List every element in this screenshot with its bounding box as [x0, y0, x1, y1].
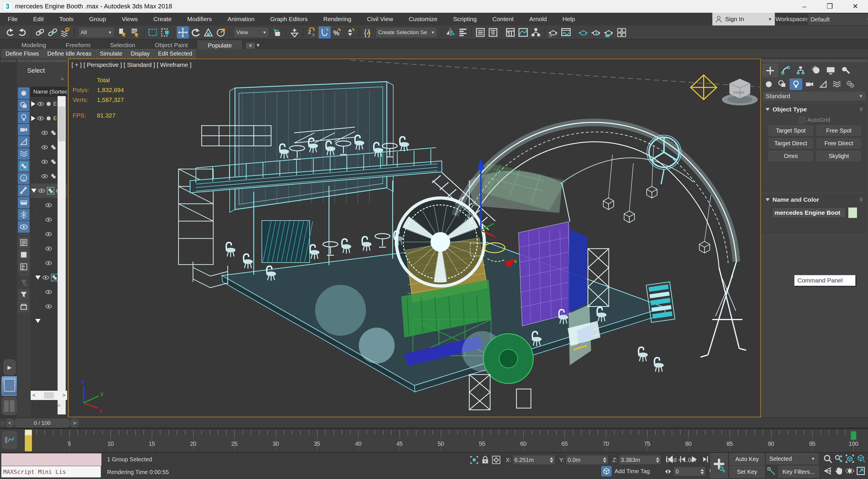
sign-in-button[interactable]: Sign In ▼: [712, 13, 775, 26]
mirror-icon[interactable]: [444, 26, 456, 38]
display-helpers-icon[interactable]: [18, 136, 30, 148]
named-selection-set-dropdown[interactable]: Create Selection Se▼: [376, 27, 437, 38]
button-skylight[interactable]: Skylight: [817, 151, 861, 161]
tree-horizontal-scrollbar[interactable]: < >: [31, 391, 67, 400]
ribbon-button-edit-selected[interactable]: Edit Selected: [154, 49, 196, 58]
close-button[interactable]: ✕: [842, 1, 868, 12]
field-of-view-icon[interactable]: [822, 466, 833, 476]
perspective-viewport[interactable]: FRONT zxy [ + ] [ Perspective ] [ Standa…: [68, 58, 761, 417]
command-tab-display[interactable]: [823, 64, 838, 77]
spinner-icon[interactable]: [603, 457, 607, 463]
scale-icon[interactable]: [202, 26, 214, 38]
menu-scripting[interactable]: Scripting: [445, 13, 485, 26]
display-shapes-icon[interactable]: [18, 99, 30, 111]
absolute-offset-mode-icon[interactable]: [491, 454, 502, 466]
render-cloud-icon[interactable]: [603, 26, 615, 38]
filter-icon[interactable]: [18, 289, 30, 300]
explorer-expand-chevrons[interactable]: »: [61, 75, 64, 82]
scene-explorer-icon[interactable]: [474, 26, 486, 38]
button-free-direct[interactable]: Free Direct: [817, 138, 861, 148]
view-detail-icon[interactable]: [18, 261, 30, 273]
next-frame-arrow[interactable]: >: [71, 419, 79, 427]
eye-icon[interactable]: [45, 203, 52, 208]
move-icon[interactable]: [177, 26, 189, 38]
ribbon-overflow-button[interactable]: ▼ ▾: [242, 40, 264, 49]
ribbon-button-simulate[interactable]: Simulate: [96, 49, 126, 58]
key-filters-button[interactable]: Key Filters...: [778, 466, 819, 478]
view-blank-icon[interactable]: [18, 249, 30, 261]
ribbon-button-define-flows[interactable]: Define Flows: [2, 49, 43, 58]
time-ruler[interactable]: 5101520253035404550556065707580859095100: [18, 429, 865, 453]
menu-content[interactable]: Content: [485, 13, 522, 26]
default-in-out-tangents-icon[interactable]: [766, 466, 777, 477]
time-tag-icon[interactable]: [601, 466, 612, 476]
previous-frame-icon[interactable]: [677, 454, 687, 465]
dock-grip[interactable]: [1, 59, 16, 62]
container-icon[interactable]: [18, 301, 30, 312]
menu-file[interactable]: File: [0, 13, 26, 26]
expand-arrow-icon[interactable]: [31, 116, 35, 121]
select-object-icon[interactable]: [117, 26, 129, 38]
play-animation-icon[interactable]: [689, 454, 700, 465]
dock-grip[interactable]: [18, 59, 67, 62]
display-lights-icon[interactable]: [18, 112, 30, 123]
pivot-center-icon[interactable]: [271, 26, 283, 38]
menu-views[interactable]: Views: [114, 13, 146, 26]
angle-snap-icon[interactable]: [318, 26, 331, 38]
schematic-view-icon[interactable]: [530, 26, 542, 38]
menu-create[interactable]: Create: [146, 13, 179, 26]
zoom-all-icon[interactable]: [833, 453, 844, 464]
zoom-extents-all-icon[interactable]: [855, 453, 866, 464]
bind-icon[interactable]: [59, 26, 71, 38]
keyframe-marker[interactable]: [850, 431, 857, 440]
object-name-field[interactable]: mercedes Engine Boot: [772, 208, 846, 218]
eye-icon[interactable]: [37, 101, 44, 107]
eye-icon[interactable]: [41, 130, 48, 136]
track-bar[interactable]: 5101520253035404550556065707580859095100: [0, 428, 868, 453]
button-omni[interactable]: Omni: [769, 151, 813, 161]
category-cameras[interactable]: [803, 79, 816, 90]
viewport-label[interactable]: [ + ] [ Perspective ] [ Standard ] [ Wir…: [71, 61, 191, 68]
menu-group[interactable]: Group: [81, 13, 114, 26]
lock-selection-icon[interactable]: [480, 454, 491, 466]
rollout-header[interactable]: Object Type ⠿: [763, 104, 866, 114]
set-key-button[interactable]: Set Key: [730, 466, 765, 478]
display-cameras-icon[interactable]: [18, 124, 30, 136]
spinner-snap-icon[interactable]: [344, 26, 356, 38]
menu-animation[interactable]: Animation: [220, 13, 262, 26]
scrollbar-thumb[interactable]: [44, 392, 54, 398]
rollout-header[interactable]: Name and Color ⠿: [763, 195, 866, 205]
percent-snap-icon[interactable]: %: [331, 26, 343, 38]
orbit-icon[interactable]: [844, 466, 855, 476]
eye-icon[interactable]: [45, 217, 52, 222]
unlink-icon[interactable]: [46, 26, 59, 38]
time-slider[interactable]: [25, 429, 32, 451]
edit-named-sets-icon[interactable]: {}: [361, 26, 374, 38]
tab-populate[interactable]: Populate: [197, 40, 242, 49]
prev-frame-arrow[interactable]: <: [6, 419, 14, 427]
window-crossing-icon[interactable]: [159, 26, 172, 38]
x-coordinate-field[interactable]: 6.251m: [513, 455, 555, 465]
place-icon[interactable]: [215, 26, 227, 38]
filter-config-icon[interactable]: [18, 277, 30, 288]
tab-object-paint[interactable]: Object Paint: [145, 40, 197, 49]
menu-customize[interactable]: Customize: [401, 13, 445, 26]
eye-icon[interactable]: [37, 116, 44, 121]
select-by-name-icon[interactable]: [129, 26, 142, 38]
tab-freeform[interactable]: Freeform: [56, 40, 100, 49]
command-tab-utilities[interactable]: [838, 64, 853, 77]
zoom-extents-icon[interactable]: [844, 453, 855, 464]
curve-editor-icon[interactable]: [517, 26, 529, 38]
category-spacewarps[interactable]: [830, 79, 843, 90]
maximize-viewport-icon[interactable]: [855, 466, 866, 476]
autogrid-checkbox[interactable]: [799, 117, 805, 123]
display-spacewarps-icon[interactable]: [18, 148, 30, 160]
command-tab-create[interactable]: [763, 64, 778, 77]
scrollbar-thumb[interactable]: [58, 107, 65, 141]
key-mode-toggle-icon[interactable]: [664, 466, 672, 477]
eye-icon[interactable]: [45, 304, 52, 309]
button-target-spot[interactable]: Target Spot: [769, 126, 813, 136]
undo-icon[interactable]: [4, 26, 16, 38]
selection-filter-dropdown[interactable]: All▼: [78, 27, 115, 38]
category-lights[interactable]: [789, 79, 802, 90]
